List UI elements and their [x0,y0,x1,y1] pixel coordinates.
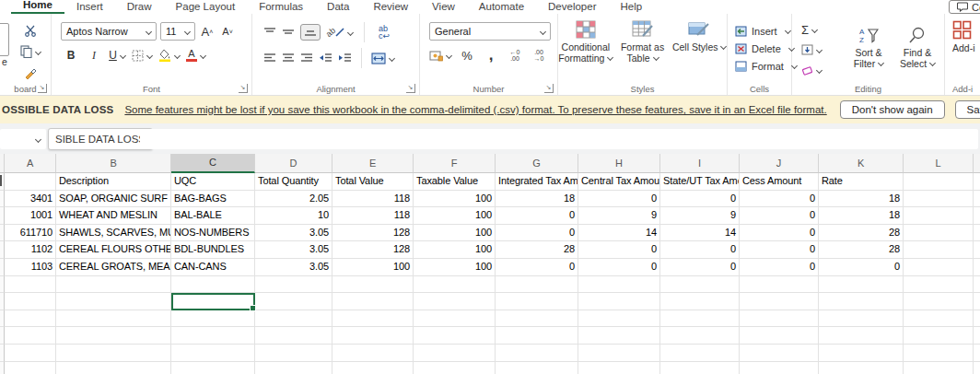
cell-H-r6[interactable] [578,276,660,294]
orientation-button[interactable]: ab [326,23,353,41]
cell-L-r2[interactable] [904,207,974,225]
cell-K-r7[interactable] [819,293,904,310]
cell-K-r6[interactable] [819,276,904,294]
cell-C-r8[interactable] [171,310,255,328]
comma-style-button[interactable]: , [483,46,499,64]
cell-B-r4[interactable]: CEREAL FLOURS OTHE [56,241,171,259]
cell-L-r1[interactable] [904,191,974,208]
cell-B-r0[interactable]: Description [56,173,171,191]
menu-tab-data[interactable]: Data [315,1,361,14]
fill-button[interactable] [801,41,844,59]
cell-A-r6[interactable] [5,276,56,294]
cell-L-r0[interactable] [904,173,974,191]
cell-G-r0[interactable]: Integrated Tax Amount [496,173,578,191]
cell-F-r9[interactable] [414,327,496,345]
cell-E-r0[interactable]: Total Value [332,173,414,191]
cell-I-r7[interactable] [660,293,740,310]
cell-I-r2[interactable]: 9 [660,207,740,225]
cell-D-r11[interactable] [255,362,332,374]
cell-A-r3[interactable]: 611710 [5,225,56,242]
cell-D-r2[interactable]: 10 [255,207,332,225]
cell-D-r7[interactable] [255,293,332,310]
borders-button[interactable] [132,46,152,64]
cell-K-r2[interactable]: 18 [819,207,904,225]
decrease-indent-icon[interactable] [319,53,332,64]
cell-E-r2[interactable]: 118 [332,207,414,225]
cell-E-r7[interactable] [332,293,414,310]
cell-x-r11[interactable] [974,362,980,374]
cell-G-r9[interactable] [496,327,578,345]
cell-x-r6[interactable] [974,276,980,294]
clipboard-dialog-launcher[interactable]: ↘ [38,84,47,93]
column-header-k[interactable]: K [819,154,904,173]
percent-style-button[interactable]: % [459,46,475,64]
cell-L-r3[interactable] [904,225,974,242]
cell-C-r6[interactable] [171,276,255,294]
cell-H-r10[interactable] [578,345,660,362]
cell-B-r2[interactable]: WHEAT AND MESLIN [56,207,171,225]
cell-K-r0[interactable]: Rate [819,173,904,191]
cell-I-r1[interactable]: 0 [660,191,740,208]
cell-A-r9[interactable] [5,327,56,345]
delete-cells-button[interactable]: Delete [728,40,791,57]
cell-C-r2[interactable]: BAL-BALE [171,207,255,225]
cell-J-r0[interactable]: Cess Amount [740,173,819,191]
menu-tab-view[interactable]: View [420,1,467,14]
cell-H-r0[interactable]: Central Tax Amount [578,173,660,191]
cell-G-r6[interactable] [496,276,578,294]
fill-handle[interactable] [250,305,256,311]
cell-F-r0[interactable]: Taxable Value [414,173,496,191]
formula-input[interactable] [140,129,978,149]
cell-G-r1[interactable]: 18 [496,191,578,208]
cell-I-r0[interactable]: State/UT Tax Amount [660,173,740,191]
column-header-d[interactable]: D [255,154,332,173]
cell-E-r5[interactable]: 100 [332,259,414,276]
cell-L-r9[interactable] [904,327,974,345]
font-color-button[interactable]: A [186,46,205,64]
bold-button[interactable]: B [63,46,79,64]
menu-tab-draw[interactable]: Draw [115,1,164,14]
column-header-e[interactable]: E [332,154,414,173]
align-top-icon[interactable] [263,27,276,38]
name-box[interactable] [0,129,46,149]
cell-F-r11[interactable] [414,362,496,374]
menu-tab-developer[interactable]: Developer [536,1,608,14]
cell-K-r9[interactable] [819,327,904,345]
cell-A-r0[interactable] [5,173,56,191]
cell-I-r10[interactable] [660,345,740,362]
column-header-c[interactable]: C [171,154,255,173]
cell-G-r11[interactable] [496,362,578,374]
decrease-decimal-button[interactable]: .00→0 [531,46,547,64]
fill-color-button[interactable] [158,46,180,64]
column-header-b[interactable]: B [56,154,171,173]
cell-D-r5[interactable]: 3.05 [255,259,332,276]
cell-J-r4[interactable]: 0 [740,241,819,259]
cell-J-r3[interactable]: 0 [740,225,819,242]
dont-show-again-button[interactable]: Don't show again [840,100,945,119]
cell-F-r3[interactable]: 100 [414,225,496,242]
increase-font-size-button[interactable]: A˄ [199,22,216,41]
align-bottom-button-active[interactable] [300,24,321,41]
font-size-select[interactable]: 11 [160,22,195,41]
insert-cells-button[interactable]: Insert [728,22,791,40]
increase-decimal-button[interactable]: ←0.00 [507,46,523,64]
cell-H-r9[interactable] [578,327,660,345]
align-right-icon[interactable] [300,53,313,64]
copy-dropdown-chevron[interactable] [35,48,41,54]
cell-L-r10[interactable] [904,345,974,362]
cell-L-r6[interactable] [904,276,974,294]
cell-C-r9[interactable] [171,327,255,345]
cell-I-r4[interactable]: 0 [660,241,740,259]
paste-button[interactable] [0,23,9,56]
cell-H-r1[interactable]: 0 [578,191,660,208]
column-header-j[interactable]: J [740,154,819,173]
cell-J-r10[interactable] [740,345,819,362]
cell-L-r11[interactable] [904,362,974,374]
cell-D-r0[interactable]: Total Quantity [255,173,332,191]
cell-B-r8[interactable] [56,310,171,328]
cell-D-r3[interactable]: 3.05 [255,225,332,242]
cell-K-r3[interactable]: 28 [819,225,904,242]
cell-G-r5[interactable]: 0 [496,259,578,276]
cell-F-r8[interactable] [414,310,496,328]
cell-A-r10[interactable] [5,345,56,362]
